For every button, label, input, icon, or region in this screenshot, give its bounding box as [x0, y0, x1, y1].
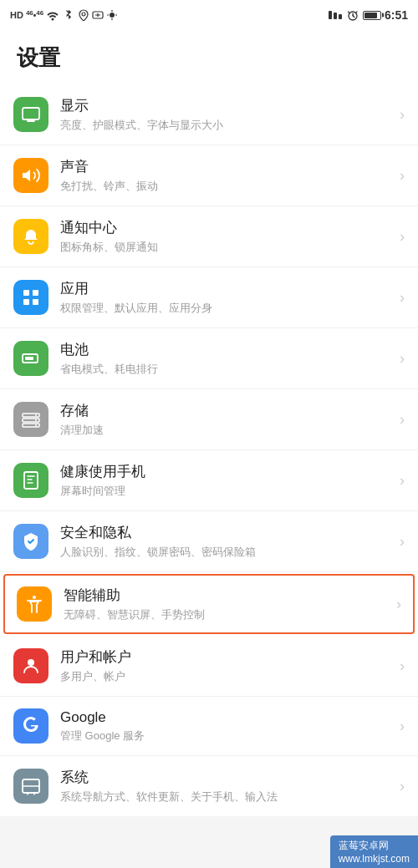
security-text: 安全和隐私人脸识别、指纹、锁屏密码、密码保险箱: [60, 523, 393, 560]
security-title: 安全和隐私: [60, 523, 393, 542]
security-icon: [21, 531, 41, 551]
accessibility-icon: [24, 594, 44, 614]
storage-text: 存储清理加速: [60, 401, 393, 438]
battery-chevron: ›: [400, 350, 405, 368]
apps-subtitle: 权限管理、默认应用、应用分身: [60, 301, 393, 316]
svg-rect-7: [23, 108, 39, 119]
display-title: 显示: [60, 96, 393, 115]
storage-icon: [21, 409, 41, 429]
notification-title: 通知中心: [60, 218, 393, 237]
accessibility-text: 智能辅助无障碍、智慧识屏、手势控制: [64, 586, 390, 622]
nfc-icon: [92, 9, 104, 21]
notification-text: 通知中心图标角标、锁屏通知: [60, 218, 393, 255]
alarm-icon: [346, 9, 359, 21]
google-subtitle: 管理 Google 服务: [60, 728, 393, 744]
carrier-text: HD: [10, 10, 23, 20]
settings-item-system[interactable]: 系统系统导航方式、软件更新、关于手机、输入法›: [0, 756, 418, 816]
accounts-subtitle: 多用户、帐户: [60, 669, 393, 684]
google-title: Google: [60, 709, 393, 726]
bluetooth-icon: [62, 9, 75, 21]
apps-text: 应用权限管理、默认应用、应用分身: [60, 279, 393, 316]
page-title: 设置: [0, 30, 418, 84]
system-icon-wrapper: [13, 769, 48, 804]
settings-item-sound[interactable]: 声音免打扰、铃声、振动›: [0, 145, 418, 206]
system-title: 系统: [60, 768, 393, 787]
apps-chevron: ›: [400, 289, 405, 307]
accounts-icon-wrapper: [13, 648, 48, 683]
storage-subtitle: 清理加速: [60, 423, 393, 438]
google-text: Google管理 Google 服务: [60, 709, 393, 744]
watermark: 蓝莓安卓网www.lmkjst.com: [330, 835, 418, 868]
sound-title: 声音: [60, 157, 393, 176]
google-icon-wrapper: [13, 708, 48, 744]
svg-point-22: [28, 659, 34, 666]
battery-text: 电池省电模式、耗电排行: [60, 340, 393, 377]
settings-item-apps[interactable]: 应用权限管理、默认应用、应用分身›: [0, 267, 418, 328]
battery-icon: [21, 348, 41, 368]
svg-point-0: [82, 13, 85, 16]
extra-icon: [106, 9, 118, 21]
system-chevron: ›: [400, 778, 405, 795]
svg-rect-11: [33, 299, 38, 305]
accessibility-subtitle: 无障碍、智慧识屏、手势控制: [64, 607, 390, 622]
system-text: 系统系统导航方式、软件更新、关于手机、输入法: [60, 768, 393, 805]
settings-item-security[interactable]: 安全和隐私人脸识别、指纹、锁屏密码、密码保险箱›: [0, 511, 418, 572]
settings-item-storage[interactable]: 存储清理加速›: [0, 389, 418, 450]
health-text: 健康使用手机屏幕时间管理: [60, 462, 393, 499]
sound-text: 声音免打扰、铃声、振动: [60, 157, 393, 194]
accounts-text: 用户和帐户多用户、帐户: [60, 647, 393, 684]
svg-point-21: [33, 596, 36, 599]
accessibility-chevron: ›: [396, 596, 401, 613]
status-left: HD 46•46: [10, 9, 118, 21]
sound-subtitle: 免打扰、铃声、振动: [60, 179, 393, 194]
storage-title: 存储: [60, 401, 393, 420]
battery-title: 电池: [60, 340, 393, 359]
location-icon: [78, 9, 89, 21]
accounts-icon: [21, 656, 41, 676]
status-right: 6:51: [328, 8, 408, 22]
settings-item-accessibility[interactable]: 智能辅助无障碍、智慧识屏、手势控制›: [3, 574, 415, 634]
sound-icon: [21, 165, 41, 185]
svg-point-18: [35, 419, 37, 421]
svg-rect-9: [33, 290, 38, 296]
settings-item-google[interactable]: Google管理 Google 服务›: [0, 697, 418, 756]
notification-subtitle: 图标角标、锁屏通知: [60, 240, 393, 255]
accounts-chevron: ›: [400, 657, 405, 675]
health-icon: [21, 470, 41, 490]
svg-rect-13: [25, 357, 33, 360]
settings-item-accounts[interactable]: 用户和帐户多用户、帐户›: [0, 636, 418, 697]
svg-point-19: [35, 424, 37, 426]
signal-icons: 46•46: [26, 9, 43, 20]
battery-subtitle: 省电模式、耗电排行: [60, 362, 393, 377]
security-chevron: ›: [400, 533, 405, 551]
settings-item-display[interactable]: 显示亮度、护眼模式、字体与显示大小›: [0, 84, 418, 145]
notification-icon: [21, 226, 41, 246]
health-icon-wrapper: [13, 463, 48, 498]
call-icon: [328, 9, 343, 21]
display-chevron: ›: [400, 106, 405, 124]
svg-point-17: [35, 414, 37, 416]
settings-item-health[interactable]: 健康使用手机屏幕时间管理›: [0, 450, 418, 511]
accessibility-title: 智能辅助: [64, 586, 390, 605]
health-subtitle: 屏幕时间管理: [60, 484, 393, 499]
notification-chevron: ›: [400, 228, 405, 246]
security-icon-wrapper: [13, 524, 48, 559]
google-icon: [21, 716, 41, 736]
sound-chevron: ›: [400, 167, 405, 185]
svg-rect-20: [24, 472, 38, 489]
google-chevron: ›: [400, 718, 405, 735]
wifi-icon: [46, 9, 59, 21]
sound-icon-wrapper: [13, 158, 48, 193]
storage-chevron: ›: [400, 411, 405, 429]
health-title: 健康使用手机: [60, 462, 393, 481]
accounts-title: 用户和帐户: [60, 647, 393, 667]
svg-rect-10: [23, 299, 29, 305]
system-subtitle: 系统导航方式、软件更新、关于手机、输入法: [60, 789, 393, 805]
health-chevron: ›: [400, 472, 405, 490]
display-icon: [21, 104, 41, 124]
svg-point-2: [110, 13, 115, 18]
security-subtitle: 人脸识别、指纹、锁屏密码、密码保险箱: [60, 545, 393, 560]
svg-rect-5: [339, 14, 342, 19]
settings-item-notification[interactable]: 通知中心图标角标、锁屏通知›: [0, 206, 418, 267]
settings-item-battery[interactable]: 电池省电模式、耗电排行›: [0, 328, 418, 389]
